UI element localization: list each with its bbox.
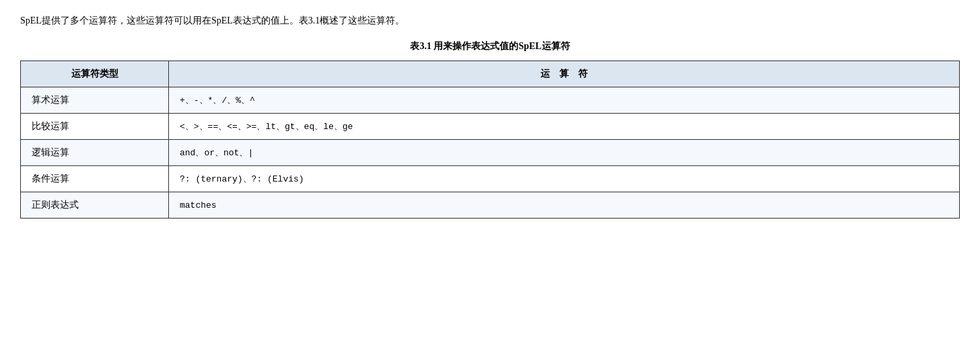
table-row: 正则表达式matches — [21, 192, 960, 219]
table-row: 比较运算<、>、==、<=、>=、lt、gt、eq、le、ge — [21, 114, 960, 140]
operator-value-cell: and、or、not、| — [169, 140, 960, 166]
operator-type-cell: 正则表达式 — [21, 192, 169, 219]
col-header-operators: 运 算 符 — [169, 61, 960, 87]
operator-type-cell: 比较运算 — [21, 114, 169, 140]
operator-type-cell: 逻辑运算 — [21, 140, 169, 166]
operator-value-cell: matches — [169, 192, 960, 219]
operator-value-cell: +、-、*、/、%、^ — [169, 87, 960, 114]
operator-type-cell: 条件运算 — [21, 166, 169, 192]
table-caption: 表3.1 用来操作表达式值的SpEL运算符 — [20, 40, 960, 52]
col-header-type: 运算符类型 — [21, 61, 169, 87]
operator-value-cell: <、>、==、<=、>=、lt、gt、eq、le、ge — [169, 114, 960, 140]
table-row: 算术运算+、-、*、/、%、^ — [21, 87, 960, 114]
intro-paragraph: SpEL提供了多个运算符，这些运算符可以用在SpEL表达式的值上。表3.1概述了… — [20, 13, 960, 28]
table-row: 逻辑运算and、or、not、| — [21, 140, 960, 166]
operator-value-cell: ?: (ternary)、?: (Elvis) — [169, 166, 960, 192]
table-row: 条件运算?: (ternary)、?: (Elvis) — [21, 166, 960, 192]
operators-table: 运算符类型 运 算 符 算术运算+、-、*、/、%、^比较运算<、>、==、<=… — [20, 61, 960, 219]
operator-type-cell: 算术运算 — [21, 87, 169, 114]
